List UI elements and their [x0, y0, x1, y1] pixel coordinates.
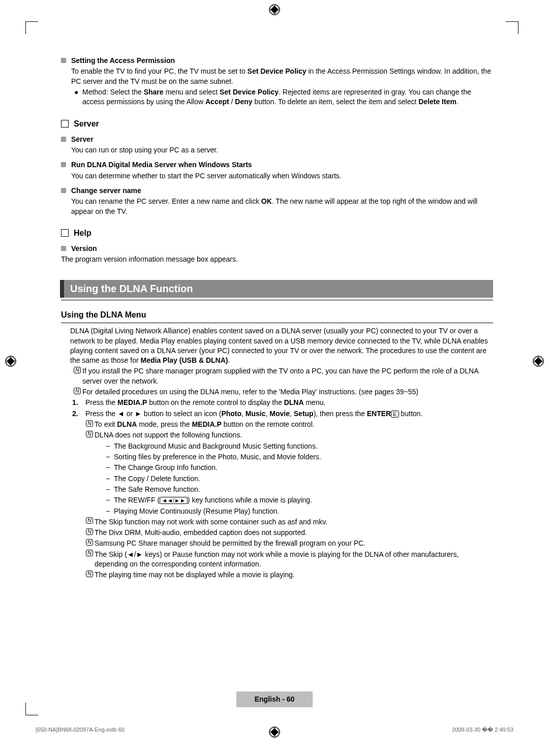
- svg-marker-4: [7, 357, 15, 365]
- note-icon: N: [84, 539, 95, 547]
- crop-mark-icon: [506, 21, 518, 34]
- note-icon: N: [84, 430, 95, 438]
- note-icon: N: [72, 387, 82, 395]
- reg-mark-left-icon: [5, 356, 16, 367]
- list-item: −The Background Music and Background Mus…: [106, 442, 493, 451]
- change-name-text: You can rename the PC server. Enter a ne…: [71, 197, 493, 216]
- print-time: 2009-03-30 �� 2:49:53: [452, 726, 513, 734]
- dlna-intro-text: DLNA (Digital Living Network Alliance) e…: [70, 326, 493, 365]
- square-bullet-icon: [61, 58, 66, 63]
- access-method-text: ● Method: Select the Share menu and sele…: [74, 87, 493, 107]
- note-exit-dlna: N To exit DLNA mode, press the MEDIA.P b…: [84, 420, 493, 429]
- heading-dlna-menu: Using the DLNA Menu: [61, 309, 493, 323]
- reg-mark-right-icon: [533, 356, 544, 367]
- checkbox-icon: [61, 120, 69, 128]
- print-footer: [650-NA]BN68-02097A-Eng.indb 60 2009-03-…: [36, 726, 513, 734]
- list-item: −The REW/FF (◄◄/►►) key functions while …: [106, 495, 493, 505]
- list-item: −The Change Group Info function.: [106, 463, 493, 472]
- section-bar-dlna: Using the DLNA Function: [60, 280, 493, 298]
- server-text: You can run or stop using your PC as a s…: [71, 145, 493, 155]
- access-permission-text: To enable the TV to find your PC, the TV…: [71, 67, 493, 86]
- reg-mark-top-icon: [269, 4, 280, 15]
- heading-access-permission: Setting the Access Permission: [61, 56, 493, 66]
- square-bullet-icon: [61, 162, 66, 167]
- version-text: The program version information message …: [61, 255, 493, 264]
- page-number: English - 60: [236, 691, 313, 707]
- disc-bullet-icon: ●: [74, 87, 82, 107]
- crop-mark-icon: [25, 703, 38, 715]
- run-dlna-text: You can determine whether to start the P…: [71, 171, 493, 181]
- note-icon: N: [84, 420, 95, 428]
- square-bullet-icon: [61, 246, 66, 251]
- list-item: −Playing Movie Continuously (Resume Play…: [106, 507, 493, 516]
- note-firewall: N Samsung PC Share manager should be per…: [84, 539, 493, 548]
- rewff-icon: ◄◄/►►: [160, 497, 188, 504]
- note-skip-pause: N The Skip (◄/► keys) or Pause function …: [84, 550, 493, 570]
- subheading-change-name: Change server name: [61, 186, 493, 196]
- subheading-run-dlna: Run DLNA Digital Media Server when Windo…: [61, 160, 493, 170]
- square-bullet-icon: [61, 188, 66, 193]
- note-skip: N The Skip function may not work with so…: [84, 517, 493, 527]
- note-see-pages: N For detailed procedures on using the D…: [72, 387, 493, 397]
- heading-help: Help: [61, 228, 493, 239]
- list-item: −The Copy / Delete function.: [106, 474, 493, 484]
- print-file: [650-NA]BN68-02097A-Eng.indb 60: [36, 726, 125, 734]
- unsupported-list: −The Background Music and Background Mus…: [106, 442, 493, 516]
- note-icon: N: [84, 517, 95, 525]
- note-icon: N: [84, 570, 95, 578]
- list-item: −Sorting files by preference in the Phot…: [106, 452, 493, 462]
- note-play-time: N The playing time may not be displayed …: [84, 570, 493, 580]
- list-item: −The Safe Remove function.: [106, 485, 493, 494]
- svg-marker-6: [534, 357, 542, 365]
- enter-icon: E: [391, 411, 399, 418]
- subheading-server: Server: [61, 135, 493, 144]
- note-install-share: N If you install the PC share manager pr…: [72, 366, 493, 386]
- manual-page: Setting the Access Permission To enable …: [0, 0, 549, 756]
- svg-marker-0: [270, 6, 279, 14]
- square-bullet-icon: [61, 137, 66, 142]
- step-2: 2. Press the ◄ or ► button to select an …: [72, 409, 493, 419]
- step-1: 1. Press the MEDIA.P button on the remot…: [72, 398, 493, 407]
- note-unsupported: N DLNA does not support the following fu…: [84, 430, 493, 440]
- note-icon: N: [84, 550, 95, 558]
- subheading-version: Version: [61, 244, 493, 254]
- heading-server: Server: [61, 118, 493, 130]
- note-divx: N The Divx DRM, Multi-audio, embedded ca…: [84, 528, 493, 538]
- note-icon: N: [72, 366, 82, 374]
- section-rule: [61, 300, 493, 300]
- crop-mark-icon: [25, 21, 38, 34]
- checkbox-icon: [61, 229, 69, 237]
- note-icon: N: [84, 528, 95, 536]
